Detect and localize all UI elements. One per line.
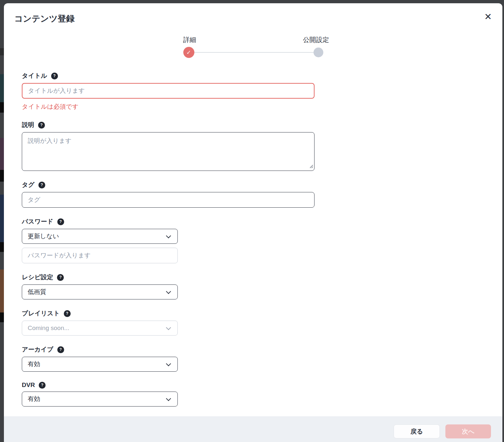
chevron-down-icon <box>166 396 171 401</box>
content-registration-modal: コンテンツ登録 ✕ 詳細 公開設定 ✓ タイトル ? タイトルは必須です 説明 … <box>4 3 502 439</box>
password-mode-value: 更新しない <box>28 232 59 241</box>
description-textarea[interactable] <box>22 132 315 171</box>
playlist-select-disabled: Coming soon... <box>22 321 178 336</box>
dvr-select[interactable]: 有効 <box>22 392 178 407</box>
back-button[interactable]: 戻る <box>394 424 440 438</box>
next-button[interactable]: 次へ <box>445 424 491 438</box>
password-input[interactable] <box>22 248 178 263</box>
field-recipe-settings: レシピ設定 ? 低画質 <box>22 273 502 299</box>
question-mark-glyph: ? <box>59 275 62 280</box>
content-registration-form: タイトル ? タイトルは必須です 説明 ? タグ ? <box>4 58 502 416</box>
archive-label: アーカイブ <box>22 345 53 354</box>
background-page-thumbnails <box>0 0 4 442</box>
title-input[interactable] <box>22 83 315 99</box>
title-label: タイトル <box>22 72 47 80</box>
field-dvr: DVR ? 有効 <box>22 381 502 407</box>
archive-select[interactable]: 有効 <box>22 357 178 372</box>
chevron-down-icon <box>166 361 171 366</box>
background-thumbnail <box>0 102 4 113</box>
playlist-label: プレイリスト <box>22 309 60 318</box>
resize-handle-icon[interactable] <box>309 164 313 170</box>
question-mark-glyph: ? <box>40 123 43 127</box>
playlist-value: Coming soon... <box>28 325 69 332</box>
recipe-settings-label: レシピ設定 <box>22 273 53 282</box>
background-thumbnail <box>0 74 4 102</box>
field-title: タイトル ? タイトルは必須です <box>22 72 502 111</box>
help-icon[interactable]: ? <box>51 73 58 79</box>
field-tags: タグ ? <box>22 181 502 208</box>
password-mode-select[interactable]: 更新しない <box>22 229 178 244</box>
step-label-details: 詳細 <box>183 35 196 44</box>
background-thumbnail <box>0 269 4 312</box>
question-mark-glyph: ? <box>66 311 68 316</box>
title-error-message: タイトルは必須です <box>22 103 502 111</box>
background-thumbnail <box>0 170 4 182</box>
question-mark-glyph: ? <box>60 347 62 352</box>
dvr-label: DVR <box>22 381 35 389</box>
recipe-settings-select[interactable]: 低画質 <box>22 284 178 299</box>
step-dot-publish-settings <box>314 48 323 57</box>
question-mark-glyph: ? <box>60 219 62 224</box>
tags-input[interactable] <box>22 192 315 208</box>
help-icon[interactable]: ? <box>57 346 64 353</box>
chevron-down-icon <box>166 233 171 239</box>
description-label: 説明 <box>22 121 34 129</box>
stepper-track: ✓ <box>183 47 323 58</box>
background-thumbnail <box>0 195 4 242</box>
help-icon[interactable]: ? <box>64 310 71 317</box>
chevron-down-icon <box>166 289 171 294</box>
modal-title: コンテンツ登録 <box>14 14 502 24</box>
question-mark-glyph: ? <box>53 74 56 78</box>
help-icon[interactable]: ? <box>57 218 64 225</box>
modal-footer: 戻る 次へ <box>4 416 502 442</box>
background-thumbnail <box>0 48 4 55</box>
chevron-down-icon <box>166 325 171 330</box>
question-mark-glyph: ? <box>41 383 43 387</box>
field-description: 説明 ? <box>22 121 502 171</box>
close-icon: ✕ <box>484 12 492 22</box>
background-thumbnail <box>0 138 4 170</box>
recipe-settings-value: 低画質 <box>28 288 46 296</box>
check-icon: ✓ <box>186 49 191 56</box>
background-thumbnail <box>0 312 4 322</box>
help-icon[interactable]: ? <box>39 382 46 389</box>
stepper-labels: 詳細 公開設定 <box>183 35 323 44</box>
close-button[interactable]: ✕ <box>481 10 495 24</box>
tags-label: タグ <box>22 181 35 189</box>
archive-value: 有効 <box>28 360 40 368</box>
password-label: パスワード <box>22 217 53 226</box>
background-thumbnail <box>0 242 4 252</box>
field-playlist: プレイリスト ? Coming soon... <box>22 309 502 336</box>
question-mark-glyph: ? <box>41 183 43 187</box>
help-icon[interactable]: ? <box>38 122 45 129</box>
step-label-publish-settings: 公開設定 <box>303 35 329 44</box>
modal-header: コンテンツ登録 ✕ <box>4 3 502 24</box>
field-password: パスワード ? 更新しない <box>22 217 502 263</box>
step-dot-details-active: ✓ <box>183 47 194 58</box>
stepper: 詳細 公開設定 ✓ <box>183 35 323 58</box>
dvr-value: 有効 <box>28 395 40 403</box>
help-icon[interactable]: ? <box>38 182 45 188</box>
stepper-connector-line <box>194 52 314 53</box>
field-archive: アーカイブ ? 有効 <box>22 345 502 372</box>
help-icon[interactable]: ? <box>57 274 64 281</box>
